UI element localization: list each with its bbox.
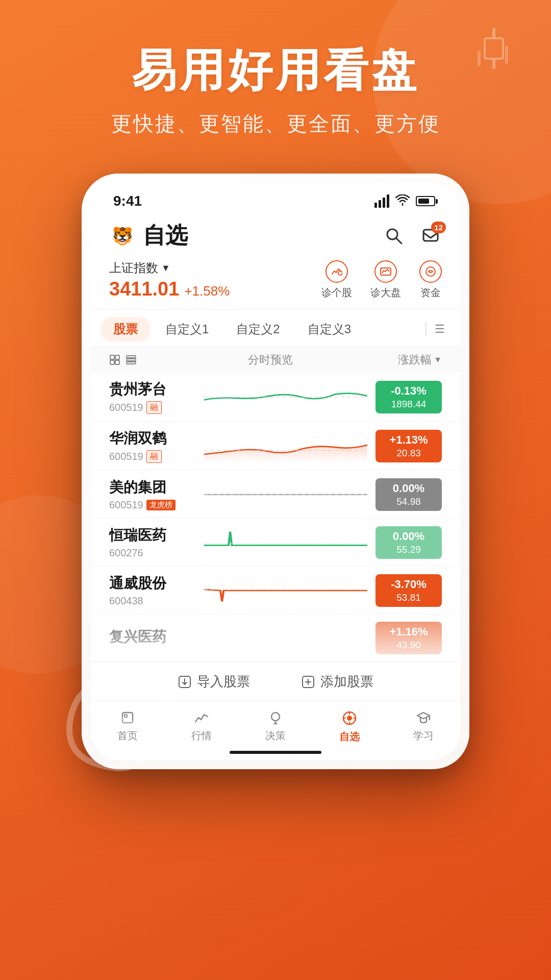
status-icons (374, 194, 438, 208)
stock-info-2: 华润双鹤 600519 融 (109, 429, 196, 463)
stock-row-3[interactable]: 美的集团 600519 龙虎榜 (91, 471, 460, 519)
index-change: +1.58% (184, 283, 230, 299)
change-badge-5: -3.70% 53.81 (375, 574, 442, 607)
nav-watchlist[interactable]: 自选 (324, 709, 375, 744)
col-change-label[interactable]: 涨跌幅 ▼ (398, 352, 442, 368)
import-stocks-button[interactable]: 导入股票 (178, 673, 250, 691)
nav-home[interactable]: 首页 (102, 709, 153, 744)
view-icon-list[interactable] (109, 354, 137, 365)
nav-learn-label: 学习 (413, 729, 434, 743)
stock-row-4[interactable]: 恒瑞医药 600276 0.00% (91, 519, 460, 567)
stock-row-5[interactable]: 通威股份 600438 -3.70% (91, 567, 460, 615)
change-badge-2: +1.13% 20.83 (375, 430, 442, 462)
notification-badge: 12 (431, 222, 446, 234)
change-badge-3: 0.00% 54.98 (375, 478, 442, 511)
svg-rect-11 (110, 355, 114, 359)
nav-decision[interactable]: 决策 (250, 709, 301, 744)
stock-badge-3: 龙虎榜 (146, 500, 176, 510)
action-diagnose-market[interactable]: 诊大盘 (370, 260, 401, 300)
stock-code-1: 600519 (109, 402, 143, 413)
action-capital-label: 资金 (420, 286, 441, 300)
tab-custom3[interactable]: 自定义3 (295, 317, 363, 341)
bottom-nav: 首页 行情 决策 (91, 701, 460, 748)
nav-decision-label: 决策 (265, 729, 286, 743)
stock-info-3: 美的集团 600519 龙虎榜 (109, 478, 196, 511)
stock-row-6[interactable]: 复兴医药 +1.16% 43.90 (91, 615, 460, 662)
stock-info-6: 复兴医药 (109, 627, 196, 649)
index-bar: 上证指数 ▼ 3411.01 +1.58% (91, 257, 460, 310)
stock-code-2: 600519 (109, 451, 143, 462)
chart-6 (204, 622, 367, 654)
action-diagnose-stock-label: 诊个股 (321, 286, 352, 300)
chart-5 (204, 574, 367, 607)
home-indicator (91, 748, 460, 760)
stock-tab-bar: 股票 自定义1 自定义2 自定义3 ☰ (91, 310, 460, 347)
tab-custom1[interactable]: 自定义1 (153, 317, 221, 341)
stock-list: 贵州茅台 600519 融 (91, 373, 460, 662)
column-headers: 分时预览 涨跌幅 ▼ (91, 347, 460, 373)
bottom-actions-bar: 导入股票 添加股票 (91, 662, 460, 701)
change-badge-1: -0.13% 1898.44 (375, 381, 442, 413)
app-header: 🐯 自选 (91, 214, 460, 257)
svg-line-6 (396, 238, 402, 243)
svg-rect-17 (127, 362, 136, 364)
svg-point-29 (347, 716, 352, 721)
action-capital[interactable]: 资金 (419, 260, 442, 300)
main-title: 易用好用看盘 更快捷、更智能、更全面、更方便 (0, 0, 551, 138)
stock-name-1: 贵州茅台 (109, 380, 196, 399)
stock-info-5: 通威股份 600438 (109, 574, 196, 607)
search-button[interactable] (383, 225, 405, 247)
nav-market-label: 行情 (191, 729, 212, 743)
svg-rect-12 (115, 355, 119, 359)
col-preview-label: 分时预览 (143, 352, 398, 368)
stock-row-2[interactable]: 华润双鹤 600519 融 (91, 422, 460, 471)
stock-code-5: 600438 (109, 595, 143, 607)
header-right: 12 (383, 225, 442, 247)
stock-code-4: 600276 (109, 547, 143, 559)
chart-4 (204, 526, 367, 559)
status-time: 9:41 (113, 193, 142, 209)
stock-badge-2: 融 (146, 450, 162, 463)
index-info[interactable]: 上证指数 ▼ 3411.01 +1.58% (109, 260, 230, 300)
header-left: 🐯 自选 (109, 220, 188, 251)
sub-title: 更快捷、更智能、更全面、更方便 (0, 110, 551, 138)
svg-point-8 (338, 271, 342, 275)
change-badge-6: +1.16% 43.90 (375, 622, 442, 654)
action-diagnose-market-label: 诊大盘 (370, 286, 401, 300)
battery-icon (416, 196, 438, 206)
tab-custom2[interactable]: 自定义2 (224, 317, 292, 341)
action-diagnose-stock[interactable]: 诊个股 (321, 260, 352, 300)
app-title: 自选 (143, 220, 188, 251)
stock-info-4: 恒瑞医药 600276 (109, 526, 196, 559)
add-stocks-button[interactable]: 添加股票 (301, 673, 373, 691)
nav-market[interactable]: 行情 (176, 709, 227, 744)
stock-row-1[interactable]: 贵州茅台 600519 融 (91, 373, 460, 422)
index-dropdown-icon: ▼ (161, 263, 170, 274)
phone-mockup: 9:41 (82, 174, 469, 769)
nav-watchlist-label: 自选 (339, 730, 360, 744)
svg-point-27 (271, 713, 280, 721)
notification-button[interactable]: 12 (419, 225, 442, 247)
nav-home-label: 首页 (117, 729, 138, 743)
app-logo: 🐯 (109, 223, 136, 249)
tab-stocks[interactable]: 股票 (101, 317, 150, 341)
stock-badge-1: 融 (146, 401, 162, 414)
wifi-icon (395, 194, 410, 208)
index-name: 上证指数 (109, 260, 158, 276)
tab-menu-icon[interactable]: ☰ (430, 321, 450, 338)
tab-more-divider (425, 322, 427, 336)
stock-name-6: 复兴医药 (109, 627, 196, 647)
svg-rect-25 (122, 713, 133, 723)
svg-rect-26 (124, 715, 127, 717)
stock-info-1: 贵州茅台 600519 融 (109, 380, 196, 414)
stock-code-3: 600519 (109, 499, 143, 511)
page-wrapper: 易用好用看盘 更快捷、更智能、更全面、更方便 9:41 (0, 0, 551, 980)
index-actions: 诊个股 诊大盘 (321, 260, 442, 300)
svg-rect-14 (115, 360, 119, 364)
stock-name-2: 华润双鹤 (109, 429, 196, 448)
chart-2 (204, 430, 367, 462)
svg-rect-13 (110, 360, 114, 364)
chart-3 (204, 478, 367, 511)
nav-learn[interactable]: 学习 (398, 709, 449, 744)
index-value: 3411.01 (109, 278, 179, 300)
